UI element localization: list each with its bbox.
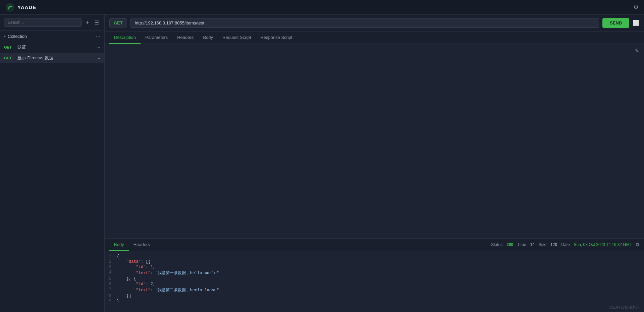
size-label: Size bbox=[539, 242, 546, 247]
topbar: YAADE ⚙ bbox=[0, 0, 644, 15]
expand-button[interactable]: ⬜ bbox=[633, 20, 639, 26]
request-item-directus[interactable]: GET 显示 Directus 数据 ··· bbox=[0, 53, 104, 63]
settings-icon[interactable]: ⚙ bbox=[633, 4, 639, 11]
code-line-7: 7 "text": "我是第二条数据，heelo laosu" bbox=[105, 287, 644, 293]
send-button[interactable]: SEND bbox=[602, 18, 629, 28]
response-meta: Status 200 Time 14 Size 120 Date Sun, 08… bbox=[491, 242, 639, 248]
tab-description[interactable]: Description bbox=[109, 32, 141, 44]
status-label: Status bbox=[491, 242, 502, 247]
main-content: GET SEND ⬜ Description Parameters Header… bbox=[105, 15, 644, 312]
collection-more-button[interactable]: ··· bbox=[96, 33, 100, 39]
request-name-directus: 显示 Directus 数据 bbox=[17, 55, 94, 61]
item-more-button-directus[interactable]: ··· bbox=[96, 55, 100, 61]
copy-response-button[interactable]: ⧉ bbox=[636, 242, 639, 248]
main-layout: + ☰ ▾ Collection ··· GET 认证 ··· GET 显示 D… bbox=[0, 15, 644, 312]
request-name-auth: 认证 bbox=[17, 44, 94, 50]
code-line-9: 9 } bbox=[105, 299, 644, 304]
description-area: ✎ bbox=[105, 44, 644, 238]
collection-header[interactable]: ▾ Collection ··· bbox=[0, 30, 104, 42]
code-line-1: 1 { bbox=[105, 254, 644, 259]
method-badge-get-directus: GET bbox=[4, 56, 15, 60]
request-item-auth[interactable]: GET 认证 ··· bbox=[0, 42, 104, 53]
date-value: Sun, 08 Oct 2023 14:16:32 GMT bbox=[574, 242, 632, 247]
add-collection-button[interactable]: + bbox=[85, 19, 90, 26]
sidebar-search-bar: + ☰ bbox=[0, 15, 104, 30]
date-label: Date bbox=[561, 242, 570, 247]
time-label: Time bbox=[517, 242, 526, 247]
tab-response-body[interactable]: Body bbox=[109, 239, 129, 251]
tab-headers[interactable]: Headers bbox=[172, 32, 198, 44]
logo-text: YAADE bbox=[17, 4, 36, 10]
menu-button[interactable]: ☰ bbox=[93, 19, 100, 26]
search-input[interactable] bbox=[4, 18, 82, 27]
response-tab-bar: Body Headers Status 200 Time 14 Size 120… bbox=[105, 239, 644, 251]
code-line-2: 2 "data": [{ bbox=[105, 259, 644, 264]
code-line-5: 5 }, { bbox=[105, 276, 644, 282]
chevron-down-icon: ▾ bbox=[4, 35, 6, 38]
edit-icon[interactable]: ✎ bbox=[635, 48, 639, 54]
collection-label: Collection bbox=[8, 34, 27, 39]
tab-request-script[interactable]: Request Script bbox=[218, 32, 256, 44]
logo: YAADE bbox=[5, 3, 36, 12]
tab-response-headers[interactable]: Headers bbox=[129, 239, 155, 251]
size-value: 120 bbox=[550, 242, 557, 247]
code-line-6: 6 "id": 2, bbox=[105, 282, 644, 287]
request-tab-bar: Description Parameters Headers Body Requ… bbox=[105, 32, 644, 44]
code-line-4: 4 "text": "我是第一条数据，hello world" bbox=[105, 270, 644, 276]
response-tabs: Body Headers bbox=[109, 239, 155, 251]
tab-body[interactable]: Body bbox=[198, 32, 218, 44]
url-input[interactable] bbox=[130, 18, 599, 28]
watermark: CSDN @杨浦老苏 bbox=[609, 305, 639, 310]
response-code-area: 1 { 2 "data": [{ 3 "id": 1, 4 "text": "我… bbox=[105, 251, 644, 312]
status-value: 200 bbox=[506, 242, 513, 247]
time-value: 14 bbox=[530, 242, 534, 247]
sidebar: + ☰ ▾ Collection ··· GET 认证 ··· GET 显示 D… bbox=[0, 15, 105, 312]
collection-header-left: ▾ Collection bbox=[4, 34, 27, 39]
item-more-button-auth[interactable]: ··· bbox=[96, 45, 100, 50]
method-select[interactable]: GET bbox=[109, 18, 127, 27]
tab-parameters[interactable]: Parameters bbox=[141, 32, 172, 44]
tab-response-script[interactable]: Response Script bbox=[256, 32, 297, 44]
method-badge-get: GET bbox=[4, 45, 15, 49]
code-line-3: 3 "id": 1, bbox=[105, 264, 644, 270]
url-bar: GET SEND ⬜ bbox=[105, 15, 644, 32]
code-line-8: 8 }] bbox=[105, 293, 644, 299]
logo-icon bbox=[5, 3, 15, 12]
response-section: Body Headers Status 200 Time 14 Size 120… bbox=[105, 238, 644, 312]
svg-point-0 bbox=[6, 3, 14, 12]
